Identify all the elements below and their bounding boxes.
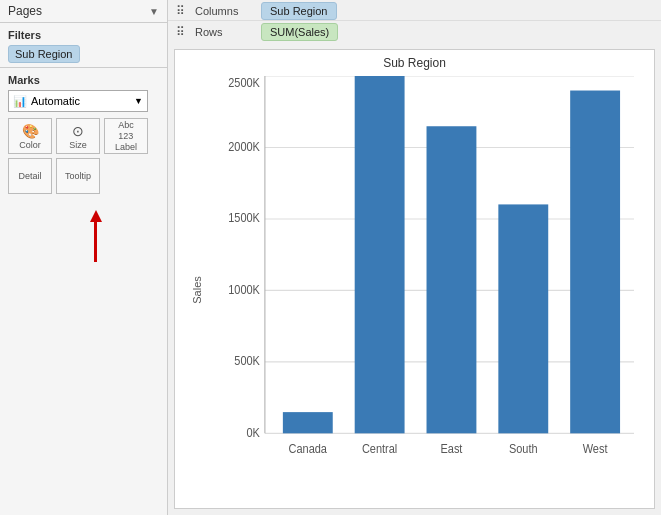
- arrow-head: [90, 210, 102, 222]
- size-button-label: Size: [69, 140, 87, 150]
- pages-section: Pages ▼: [0, 0, 167, 23]
- svg-text:1000K: 1000K: [228, 282, 260, 296]
- filter-pill-subregion[interactable]: Sub Region: [8, 45, 80, 63]
- rows-pill[interactable]: SUM(Sales): [261, 23, 338, 41]
- sidebar: Pages ▼ Filters Sub Region Marks 📊 Autom…: [0, 0, 168, 515]
- color-button[interactable]: 🎨 Color: [8, 118, 52, 154]
- main-content: ⠿ Columns Sub Region ⠿ Rows SUM(Sales) S…: [168, 0, 661, 515]
- size-circle-icon: ⊙: [72, 123, 84, 139]
- bar-chart-icon: 📊: [13, 95, 27, 108]
- rows-label: Rows: [195, 26, 255, 38]
- chart-area: Sub Region Sales 0K 500K 1000K: [174, 49, 655, 509]
- tooltip-button[interactable]: Tooltip: [56, 158, 100, 194]
- color-swatch-icon: 🎨: [22, 123, 39, 139]
- abc-icon: Abc123: [118, 120, 134, 142]
- label-button-label: Label: [115, 142, 137, 152]
- svg-rect-14: [355, 76, 405, 433]
- arrow-line: [94, 222, 97, 262]
- pages-arrow: ▼: [149, 6, 159, 17]
- svg-text:Canada: Canada: [289, 442, 328, 456]
- svg-rect-16: [498, 204, 548, 433]
- columns-icon: ⠿: [176, 4, 185, 18]
- y-axis-label: Sales: [191, 276, 203, 304]
- chart-svg: 0K 500K 1000K 1500K 2000K 2500K Canada: [225, 76, 644, 478]
- filters-section: Filters Sub Region: [0, 23, 167, 68]
- size-button[interactable]: ⊙ Size: [56, 118, 100, 154]
- filters-label: Filters: [8, 29, 159, 41]
- svg-text:2000K: 2000K: [228, 139, 260, 153]
- color-button-label: Color: [19, 140, 41, 150]
- svg-rect-17: [570, 91, 620, 434]
- chart-inner: Sales 0K 500K 1000K 1500K 2000K: [175, 72, 654, 508]
- svg-text:South: South: [509, 442, 538, 456]
- tooltip-button-label: Tooltip: [65, 171, 91, 181]
- svg-text:2500K: 2500K: [228, 76, 260, 89]
- annotation-arrow: [12, 210, 179, 262]
- svg-text:West: West: [583, 442, 608, 456]
- marks-section: Marks 📊 Automatic ▼ 🎨 Color ⊙ Size Abc12…: [0, 68, 167, 200]
- svg-text:1500K: 1500K: [228, 211, 260, 225]
- svg-text:Central: Central: [362, 442, 397, 456]
- svg-text:500K: 500K: [234, 354, 260, 368]
- marks-label: Marks: [8, 74, 159, 86]
- svg-text:East: East: [440, 442, 463, 456]
- svg-rect-15: [427, 126, 477, 433]
- rows-row: ⠿ Rows SUM(Sales): [168, 21, 661, 43]
- detail-button-label: Detail: [18, 171, 41, 181]
- rows-icon: ⠿: [176, 25, 185, 39]
- detail-button[interactable]: Detail: [8, 158, 52, 194]
- marks-select-arrow-icon: ▼: [134, 96, 143, 106]
- marks-type-select[interactable]: 📊 Automatic ▼: [8, 90, 148, 112]
- svg-text:0K: 0K: [247, 425, 261, 439]
- marks-secondary-buttons: Detail Tooltip: [8, 158, 159, 194]
- chart-title: Sub Region: [175, 50, 654, 72]
- marks-select-value: Automatic: [31, 95, 80, 107]
- columns-row: ⠿ Columns Sub Region: [168, 0, 661, 21]
- marks-property-buttons: 🎨 Color ⊙ Size Abc123 Label: [8, 118, 159, 154]
- label-button[interactable]: Abc123 Label: [104, 118, 148, 154]
- pages-label: Pages: [8, 4, 42, 18]
- svg-rect-13: [283, 412, 333, 433]
- columns-pill[interactable]: Sub Region: [261, 2, 337, 20]
- columns-label: Columns: [195, 5, 255, 17]
